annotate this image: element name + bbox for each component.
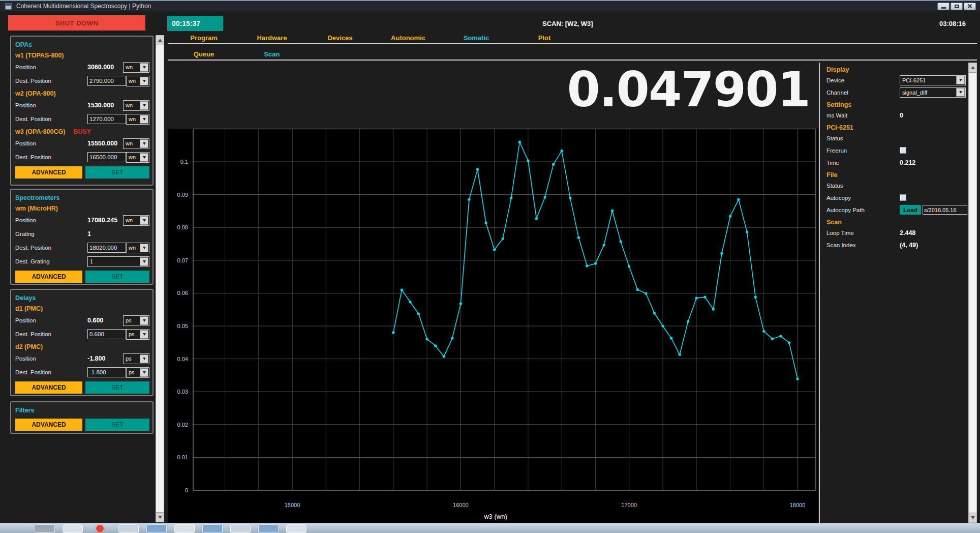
tab-program[interactable]: Program xyxy=(170,34,238,42)
tab-queue[interactable]: Queue xyxy=(170,50,238,58)
spectrometers-set-button[interactable]: SET xyxy=(85,271,149,283)
spectrometers-advanced-button[interactable]: ADVANCED xyxy=(15,271,82,283)
opas-header: OPAs xyxy=(15,41,149,48)
row-label: Status xyxy=(826,135,900,141)
scroll-down-icon[interactable] xyxy=(156,512,164,522)
row-label: Autocopy xyxy=(826,195,900,201)
shutdown-button[interactable]: SHUT DOWN xyxy=(8,15,145,31)
tab-plot[interactable]: Plot xyxy=(510,34,578,42)
d1-dest-units-dropdown[interactable]: ps xyxy=(126,329,149,340)
uptime-timer: 00:15:37 xyxy=(167,16,223,31)
scroll-down-icon[interactable] xyxy=(969,513,976,522)
scan-index-value: (4, 49) xyxy=(900,242,918,249)
maximize-icon xyxy=(955,5,959,8)
units-value: wn xyxy=(129,245,136,251)
taskbar-app-2[interactable] xyxy=(63,524,83,533)
taskbar-app-5[interactable] xyxy=(146,524,167,533)
svg-text:0: 0 xyxy=(185,487,188,493)
d1-position-units-dropdown[interactable]: ps xyxy=(123,315,149,326)
device-dropdown[interactable]: PCI-6251 xyxy=(900,75,966,85)
tab-autonomic[interactable]: Autonomic xyxy=(374,34,442,42)
w3-dest-row: Dest. Position wn xyxy=(15,152,149,163)
signal-readout: 0.047901 xyxy=(567,66,810,114)
row-label: Dest. Position xyxy=(15,369,87,375)
svg-text:0.1: 0.1 xyxy=(180,159,188,165)
channel-value: signal_diff xyxy=(902,90,927,96)
opas-advanced-button[interactable]: ADVANCED xyxy=(15,166,82,179)
wm-position-units-dropdown[interactable]: wn xyxy=(123,215,149,226)
w3-dest-input[interactable] xyxy=(87,152,126,162)
minimize-button[interactable] xyxy=(937,3,950,10)
chevron-down-icon xyxy=(956,76,965,84)
taskbar-app-4[interactable] xyxy=(118,524,139,533)
subtabs-separator xyxy=(168,60,977,61)
wm-dest-position-input[interactable] xyxy=(87,243,126,253)
scroll-up-icon[interactable] xyxy=(156,36,164,45)
taskbar-app-10[interactable] xyxy=(286,524,307,533)
taskbar-app-8[interactable] xyxy=(230,524,251,533)
tab-somatic[interactable]: Somatic xyxy=(442,34,510,42)
wm-dest-grating-dropdown[interactable]: 1 xyxy=(87,256,149,267)
row-label: Dest. Position xyxy=(15,78,87,84)
svg-text:15000: 15000 xyxy=(285,502,300,508)
autocopy-path-input[interactable] xyxy=(923,205,967,215)
wm-position-row: Position 17080.245 wn xyxy=(15,215,149,226)
row-label: Time xyxy=(826,160,900,166)
row-label: Position xyxy=(15,102,87,108)
wm-grating-value: 1 xyxy=(87,230,91,238)
row-label: Freerun xyxy=(826,147,900,154)
tab-devices[interactable]: Devices xyxy=(306,34,374,42)
acquisition-panel: Display Device PCI-6251 Channel signal_d… xyxy=(819,63,967,523)
taskbar-app-7[interactable] xyxy=(202,524,223,533)
channel-dropdown[interactable]: signal_diff xyxy=(900,87,966,98)
taskbar-app-1[interactable] xyxy=(35,524,55,533)
tab-scan[interactable]: Scan xyxy=(238,50,306,58)
taskbar-app-9[interactable] xyxy=(258,524,279,533)
w1-dest-units-dropdown[interactable]: wn xyxy=(126,76,149,86)
delays-set-button[interactable]: SET xyxy=(85,381,149,394)
opas-set-button[interactable]: SET xyxy=(85,166,149,179)
row-label: Dest. Position xyxy=(15,154,87,160)
wm-position-value: 17080.245 xyxy=(87,217,117,224)
filters-advanced-button[interactable]: ADVANCED xyxy=(15,419,82,431)
close-button[interactable] xyxy=(964,3,976,10)
w1-position-row: Position 3060.000 wn xyxy=(15,62,149,73)
filters-set-button[interactable]: SET xyxy=(85,419,149,431)
units-value: ps xyxy=(126,317,132,323)
left-panel-scrollbar[interactable] xyxy=(156,35,164,522)
w3-position-units-dropdown[interactable]: wn xyxy=(123,138,149,149)
row-label: Channel xyxy=(826,90,900,96)
w3-dest-units-dropdown[interactable]: wn xyxy=(126,152,149,163)
w2-position-units-dropdown[interactable]: wn xyxy=(123,100,149,111)
d1-dest-input[interactable] xyxy=(87,329,126,339)
sub-tabs: Queue Scan xyxy=(170,50,306,58)
wm-dest-units-dropdown[interactable]: wn xyxy=(126,243,149,253)
load-button[interactable]: Load xyxy=(900,205,921,215)
dest-grating-value: 1 xyxy=(90,258,93,264)
w2-dest-input[interactable] xyxy=(87,114,126,124)
scroll-up-icon[interactable] xyxy=(969,63,976,73)
taskbar-app-3[interactable] xyxy=(96,524,104,533)
delays-advanced-button[interactable]: ADVANCED xyxy=(15,381,82,394)
row-label: Position xyxy=(15,64,87,70)
w1-position-units-dropdown[interactable]: wn xyxy=(123,62,149,73)
row-label: Autocopy Path xyxy=(826,207,900,213)
chevron-down-icon xyxy=(140,139,148,148)
d2-dest-units-dropdown[interactable]: ps xyxy=(126,367,149,378)
right-panel-scrollbar[interactable] xyxy=(968,63,977,523)
w2-dest-units-dropdown[interactable]: wn xyxy=(126,114,149,125)
svg-text:0.06: 0.06 xyxy=(177,290,188,296)
svg-text:18000: 18000 xyxy=(790,502,806,508)
d2-dest-row: Dest. Position ps xyxy=(15,367,149,378)
maximize-button[interactable] xyxy=(951,3,963,10)
freerun-checkbox[interactable] xyxy=(900,147,906,154)
autocopy-row: Autocopy xyxy=(826,192,967,203)
taskbar-app-6[interactable] xyxy=(174,524,195,533)
ms-wait-value: 0 xyxy=(900,112,903,119)
windows-taskbar[interactable] xyxy=(0,523,980,533)
w1-dest-input[interactable] xyxy=(87,76,126,86)
d2-dest-input[interactable] xyxy=(87,367,126,377)
autocopy-checkbox[interactable] xyxy=(900,194,906,201)
tab-hardware[interactable]: Hardware xyxy=(238,34,306,42)
d2-position-units-dropdown[interactable]: ps xyxy=(123,353,149,364)
